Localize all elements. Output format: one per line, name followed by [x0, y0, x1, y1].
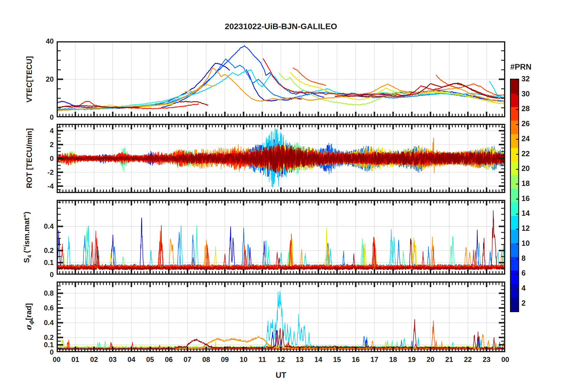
colorbar-band	[511, 298, 518, 312]
sigma-phi-panel	[57, 281, 505, 352]
colorbar-tick-label: 14	[521, 209, 542, 217]
y-tick-label: 0.1	[30, 341, 54, 349]
colorbar-band	[511, 270, 518, 284]
s4-axis-label-sub: 4	[27, 255, 32, 258]
colorbar-tick	[516, 199, 518, 200]
colorbar-tick	[516, 274, 518, 274]
colorbar-tick-label: 10	[521, 239, 542, 247]
colorbar-band	[511, 216, 518, 230]
rot-plot-canvas	[57, 124, 505, 193]
y-tick-label: 0.4	[30, 319, 54, 327]
colorbar-tick	[516, 124, 518, 125]
x-tick-label: 09	[214, 355, 235, 364]
y-tick-label: 0	[30, 113, 54, 121]
x-tick-label: 17	[364, 355, 385, 364]
colorbar-tick-label: 28	[521, 104, 542, 113]
colorbar-tick	[516, 243, 518, 244]
y-tick-label: 0.4	[30, 222, 54, 230]
colorbar-band	[511, 121, 518, 134]
colorbar-tick-label: 32	[521, 75, 542, 83]
y-tick-label: 40	[30, 37, 54, 45]
colorbar-tick-label: 6	[521, 269, 542, 277]
rot-panel	[57, 124, 505, 193]
s4-axis-label-post: ("ism.mat")	[22, 212, 31, 255]
x-tick-label: 16	[345, 355, 366, 364]
x-tick-label: 02	[84, 355, 104, 364]
colorbar-tick-label: 2	[521, 299, 542, 307]
y-tick-label: 2	[30, 141, 54, 149]
x-tick-label: 21	[439, 355, 460, 364]
colorbar-tick-label: 20	[521, 164, 542, 172]
x-tick-label: 06	[158, 355, 179, 364]
y-tick-label: 0	[30, 154, 54, 163]
x-tick-label: 20	[420, 355, 441, 364]
x-tick-label: 12	[271, 355, 291, 364]
y-tick-label: 0	[30, 348, 54, 356]
s4-axis-label-text: S	[22, 258, 31, 263]
colorbar-tick-label: 12	[521, 224, 542, 232]
x-tick-label: 15	[327, 355, 347, 364]
colorbar-band	[511, 93, 518, 107]
y-tick-label: 0.2	[30, 246, 54, 255]
colorbar-tick	[516, 288, 518, 289]
colorbar-band	[511, 189, 518, 202]
colorbar-tick-label: 8	[521, 254, 542, 262]
y-tick-label: 0.6	[30, 304, 54, 312]
x-tick-label: 22	[457, 355, 478, 364]
x-tick-label: 05	[140, 355, 160, 364]
colorbar-tick	[516, 169, 518, 170]
x-axis-label: UT	[57, 371, 505, 380]
colorbar	[510, 79, 519, 312]
x-tick-label: 04	[121, 355, 142, 364]
vtec-panel	[57, 41, 505, 117]
y-tick-label: 20	[30, 75, 54, 83]
x-tick-label: 10	[233, 355, 254, 364]
x-tick-label: 11	[252, 355, 273, 364]
colorbar-title: #PRN	[501, 62, 540, 72]
colorbar-tick-label: 26	[521, 119, 542, 128]
y-tick-label: 0.1	[30, 258, 54, 267]
colorbar-tick-label: 18	[521, 179, 542, 187]
colorbar-tick-label: 22	[521, 149, 542, 158]
colorbar-tick-label: 24	[521, 134, 542, 143]
colorbar-tick	[516, 214, 518, 215]
colorbar-tick	[516, 94, 518, 95]
figure: 20231022-UiB-BJN-GALILEO VTEC[TECU] ROT …	[0, 0, 561, 392]
colorbar-tick	[516, 258, 518, 259]
colorbar-band	[511, 175, 518, 189]
x-tick-label: 18	[383, 355, 403, 364]
colorbar-tick	[516, 184, 518, 185]
colorbar-tick	[516, 303, 518, 304]
colorbar-tick-label: 16	[521, 194, 542, 202]
x-tick-label: 01	[65, 355, 86, 364]
colorbar-tick	[516, 109, 518, 110]
s4-axis-label: S4 ("ism.mat")	[22, 212, 32, 263]
x-tick-label: 03	[102, 355, 123, 364]
colorbar-band	[511, 80, 518, 93]
y-tick-label: 0	[30, 271, 54, 279]
colorbar-band	[511, 284, 518, 298]
vtec-plot-canvas	[57, 41, 505, 117]
y-tick-label: 0.2	[30, 333, 54, 342]
s4-panel	[57, 200, 505, 275]
colorbar-tick	[516, 154, 518, 155]
x-tick-label: 07	[177, 355, 198, 364]
colorbar-tick	[516, 229, 518, 230]
colorbar-band	[511, 243, 518, 257]
sigma-phi-plot-canvas	[57, 281, 505, 352]
x-tick-label: 00	[46, 355, 67, 364]
colorbar-tick-label: 4	[521, 284, 542, 292]
chart-title: 20231022-UiB-BJN-GALILEO	[57, 22, 505, 31]
colorbar-tick	[516, 79, 518, 80]
x-tick-label: 13	[289, 355, 310, 364]
y-tick-label: 0.8	[30, 289, 54, 297]
colorbar-tick	[516, 139, 518, 140]
x-tick-label: 08	[196, 355, 216, 364]
x-tick-label: 23	[476, 355, 497, 364]
y-tick-label: 4	[30, 127, 54, 135]
colorbar-band	[511, 230, 518, 243]
x-tick-label: 00	[495, 355, 516, 364]
y-tick-label: -2	[30, 168, 54, 177]
colorbar-tick-label: 30	[521, 90, 542, 98]
colorbar-band	[511, 161, 518, 175]
